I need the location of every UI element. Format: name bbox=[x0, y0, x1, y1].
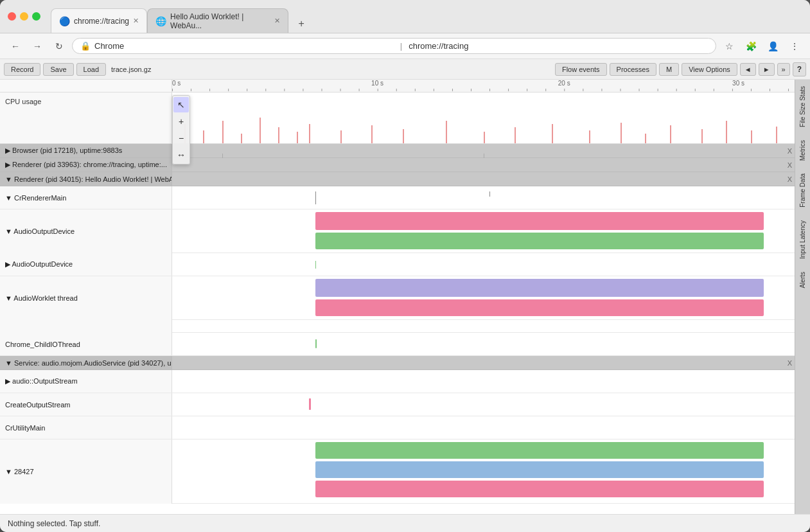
renderer2-section-label: ▼ Renderer (pid 34015): Hello Audio Work… bbox=[0, 172, 172, 186]
bookmark-button[interactable]: ☆ bbox=[720, 37, 738, 55]
tab-icon-webaudio: 🌐 bbox=[155, 16, 166, 26]
tab-tracing[interactable]: 🔵 chrome://tracing ✕ bbox=[51, 8, 147, 33]
cr-utility-main-label: CrUtilityMain bbox=[0, 416, 172, 439]
zoom-in-tool-button[interactable]: + bbox=[173, 114, 189, 129]
menu-button[interactable]: ⋮ bbox=[786, 37, 804, 55]
28427-row: ▼ 28427 bbox=[0, 439, 795, 504]
m-button[interactable]: M bbox=[659, 63, 679, 76]
frame-data-tab[interactable]: Frame Data bbox=[797, 167, 808, 214]
chrome-child-io-title: Chrome_ChildIOThread bbox=[5, 341, 80, 348]
forward-button[interactable]: → bbox=[28, 37, 46, 55]
tab-title-webaudio: Hello Audio Worklet! | WebAu... bbox=[170, 12, 270, 30]
empty-row-1 bbox=[0, 320, 795, 333]
cr-utility-main-title: CrUtilityMain bbox=[5, 424, 45, 432]
cpu-label: CPU usage bbox=[0, 93, 172, 143]
audio-worklet-title: ▼ AudioWorklet thread bbox=[5, 294, 78, 302]
renderer1-section-header[interactable]: ▶ Renderer (pid 33963): chrome://tracing… bbox=[0, 158, 795, 172]
save-button[interactable]: Save bbox=[43, 63, 73, 76]
time-ruler-row: 0 s 10 s 20 s 30 s bbox=[0, 80, 795, 93]
cr-utility-main-row: CrUtilityMain bbox=[0, 416, 795, 439]
tab-close-webaudio[interactable]: ✕ bbox=[274, 17, 280, 25]
tab-close-tracing[interactable]: ✕ bbox=[133, 17, 139, 25]
service-section-close[interactable]: X bbox=[788, 359, 792, 367]
28427-canvas[interactable] bbox=[172, 439, 795, 503]
time-ruler: 0 s 10 s 20 s 30 s bbox=[172, 80, 795, 92]
chrome-child-io-row: Chrome_ChildIOThread bbox=[0, 333, 795, 356]
new-tab-button[interactable]: + bbox=[292, 15, 310, 33]
browser-section-header[interactable]: ▶ Browser (pid 17218), uptime:9883s X bbox=[0, 144, 795, 158]
file-size-stats-tab[interactable]: File Size Stats bbox=[797, 80, 808, 134]
navigation-toolbar: ← → ↻ 🔒 Chrome | chrome://tracing ☆ 🧩 👤 … bbox=[0, 33, 810, 59]
processes-button[interactable]: Processes bbox=[610, 63, 656, 76]
nav-left-button[interactable]: ◄ bbox=[740, 63, 756, 76]
renderer2-section-header[interactable]: ▼ Renderer (pid 34015): Hello Audio Work… bbox=[0, 172, 795, 186]
toolbar-actions: ☆ 🧩 👤 ⋮ bbox=[720, 37, 804, 55]
audio-worklet-lavender-bar bbox=[315, 279, 764, 297]
audio-output-device-1-row: ▼ AudioOutputDevice bbox=[0, 209, 795, 253]
audio-worklet-canvas[interactable] bbox=[172, 276, 795, 320]
title-bar: 🔵 chrome://tracing ✕ 🌐 Hello Audio Workl… bbox=[0, 0, 810, 33]
28427-pink-bar bbox=[315, 481, 764, 497]
nav-right-button[interactable]: ► bbox=[759, 63, 775, 76]
audio-worklet-pink-bar bbox=[315, 299, 764, 316]
alerts-tab[interactable]: Alerts bbox=[797, 265, 808, 295]
cr-renderer-main-canvas[interactable] bbox=[172, 186, 795, 209]
metrics-tab[interactable]: Metrics bbox=[797, 134, 808, 167]
audio-output-device-green-bar bbox=[315, 233, 764, 249]
renderer2-section-close[interactable]: X bbox=[788, 175, 792, 183]
back-button[interactable]: ← bbox=[6, 37, 24, 55]
audio-output-stream-label: ▶ audio::OutputStream bbox=[0, 370, 172, 393]
audio-output-stream-canvas[interactable] bbox=[172, 370, 795, 393]
cursor-tool-button[interactable]: ↖ bbox=[173, 97, 189, 112]
renderer1-section-close[interactable]: X bbox=[788, 161, 792, 169]
nav-expand-button[interactable]: » bbox=[777, 63, 790, 76]
audio-output-device-pink-bar bbox=[315, 212, 764, 230]
create-output-stream-title: CreateOutputStream bbox=[5, 401, 71, 409]
profile-button[interactable]: 👤 bbox=[764, 37, 782, 55]
cr-utility-main-canvas[interactable] bbox=[172, 416, 795, 439]
reload-button[interactable]: ↻ bbox=[50, 37, 68, 55]
scroll-area[interactable]: ↖ + − ↔ CPU usage bbox=[0, 93, 795, 514]
28427-blue-bar bbox=[315, 461, 764, 478]
flow-events-button[interactable]: Flow events bbox=[555, 63, 607, 76]
service-section-label: ▼ Service: audio.mojom.AudioService (pid… bbox=[0, 356, 172, 369]
minimize-button[interactable] bbox=[20, 12, 28, 21]
load-button[interactable]: Load bbox=[76, 63, 106, 76]
maximize-button[interactable] bbox=[32, 12, 40, 21]
cr-renderer-main-label: ▼ CrRendererMain bbox=[0, 186, 172, 209]
input-latency-tab[interactable]: Input Latency bbox=[797, 214, 808, 265]
audio-output-device-2-title: ▶ AudioOutputDevice bbox=[5, 260, 73, 269]
time-range-tool-button[interactable]: ↔ bbox=[173, 147, 189, 163]
address-domain: Chrome bbox=[94, 41, 394, 51]
browser-section-label: ▶ Browser (pid 17218), uptime:9883s bbox=[0, 144, 172, 157]
chrome-child-io-canvas[interactable] bbox=[172, 333, 795, 355]
browser-section-close[interactable]: X bbox=[788, 147, 792, 155]
right-sidebar: File Size Stats Metrics Frame Data Input… bbox=[795, 80, 810, 514]
close-button[interactable] bbox=[8, 12, 16, 21]
record-button[interactable]: Record bbox=[4, 63, 40, 76]
tab-title-tracing: chrome://tracing bbox=[74, 17, 129, 26]
timeline-container: 0 s 10 s 20 s 30 s ↖ + − ↔ bbox=[0, 80, 795, 514]
address-bar[interactable]: 🔒 Chrome | chrome://tracing bbox=[72, 38, 716, 54]
address-url: chrome://tracing bbox=[409, 41, 708, 51]
view-options-button[interactable]: View Options bbox=[682, 63, 737, 76]
audio-worklet-row: ▼ AudioWorklet thread bbox=[0, 276, 795, 320]
28427-label: ▼ 28427 bbox=[0, 439, 172, 504]
help-button[interactable]: ? bbox=[793, 62, 806, 76]
audio-output-device-2-canvas[interactable] bbox=[172, 253, 795, 276]
extensions-button[interactable]: 🧩 bbox=[742, 37, 760, 55]
zoom-out-tool-button[interactable]: − bbox=[173, 130, 189, 146]
create-output-stream-canvas[interactable] bbox=[172, 393, 795, 416]
chrome-child-io-label: Chrome_ChildIOThread bbox=[0, 333, 172, 355]
tab-icon-tracing: 🔵 bbox=[59, 16, 70, 26]
tab-webaudio[interactable]: 🌐 Hello Audio Worklet! | WebAu... ✕ bbox=[147, 8, 288, 33]
service-section-header[interactable]: ▼ Service: audio.mojom.AudioService (pid… bbox=[0, 356, 795, 370]
audio-output-stream-row: ▶ audio::OutputStream bbox=[0, 370, 795, 393]
filename-label: trace.json.gz bbox=[109, 66, 154, 73]
cpu-area: CPU usage bbox=[0, 93, 795, 144]
audio-output-device-1-canvas[interactable] bbox=[172, 209, 795, 253]
lock-icon: 🔒 bbox=[80, 41, 91, 51]
cr-renderer-main-row: ▼ CrRendererMain bbox=[0, 186, 795, 209]
browser-window: 🔵 chrome://tracing ✕ 🌐 Hello Audio Workl… bbox=[0, 0, 810, 532]
time-mark-20: 20 s bbox=[558, 80, 570, 87]
